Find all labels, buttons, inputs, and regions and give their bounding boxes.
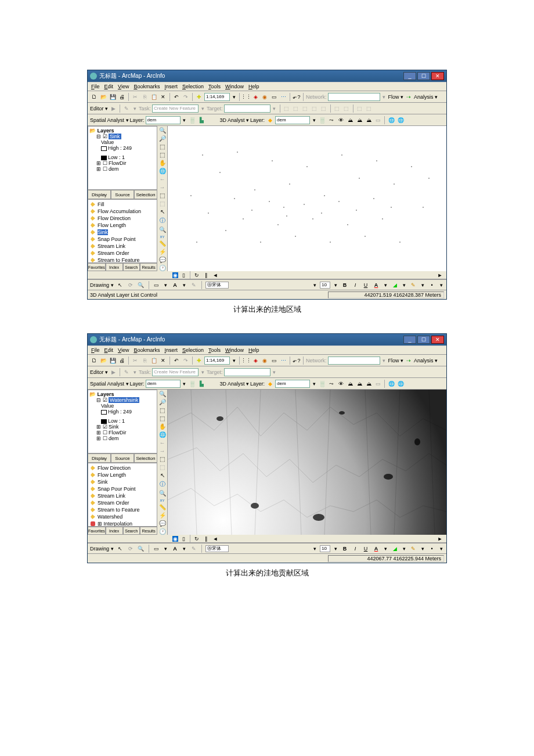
select-features-icon[interactable]: ⬚ [158, 456, 167, 462]
menu-tools[interactable]: Tools [208, 84, 221, 89]
fill-color-icon[interactable]: ◢ [391, 281, 399, 289]
tb-tab-fav[interactable]: Favorites [88, 263, 106, 271]
toc-tab-selection[interactable]: Selection [134, 190, 157, 199]
tool-flowdir[interactable]: Flow Direction [89, 465, 156, 471]
fixed-zoom-out-icon[interactable]: ⬚ [158, 415, 167, 422]
tool-sink[interactable]: Sink [89, 229, 156, 236]
scroll-left-icon[interactable]: ◄ [211, 271, 219, 279]
menu-selection[interactable]: Selection [182, 347, 204, 353]
arccatalog-icon[interactable]: ◈ [251, 357, 259, 365]
flow-menu[interactable]: Flow ▾ [388, 358, 404, 363]
arccatalog-icon[interactable]: ◈ [251, 93, 259, 101]
edit-tool-icon[interactable]: ▶ [109, 368, 117, 376]
map-view[interactable] [168, 126, 446, 271]
menu-help[interactable]: Help [248, 347, 259, 353]
network-dd-icon[interactable]: ▾ [381, 357, 387, 365]
network-select[interactable] [328, 357, 380, 365]
tool-fill[interactable]: Fill [89, 201, 156, 208]
copy-icon[interactable]: ⎘ [140, 357, 149, 365]
sa-layer-select[interactable]: dem [146, 116, 181, 124]
target-dd-icon[interactable]: ▾ [272, 368, 277, 376]
select-elements-icon[interactable]: ↖ [158, 472, 167, 478]
find-icon[interactable]: 🔍 [158, 226, 167, 233]
cut-icon[interactable]: ✂ [131, 357, 139, 365]
select-elements-icon[interactable]: ↖ [158, 208, 167, 215]
3d-t6-icon[interactable]: ⛰ [365, 116, 373, 124]
3d-layer-select[interactable]: dem [275, 380, 310, 388]
menu-file[interactable]: File [91, 84, 100, 89]
toc-root[interactable]: 📂 Layers [89, 391, 156, 397]
fixed-zoom-in-icon[interactable]: ⬚ [158, 143, 167, 150]
model-builder-icon[interactable]: ⋯ [279, 357, 287, 365]
3d-t5-icon[interactable]: ⛰ [355, 380, 363, 388]
tool-snap[interactable]: Snap Pour Point [89, 485, 156, 492]
sketch-tool-icon[interactable]: ✎ [122, 368, 131, 376]
pan-icon[interactable]: ✋ [158, 160, 167, 166]
menu-file[interactable]: File [91, 347, 100, 353]
map-view[interactable] [168, 390, 446, 535]
drawing-menu[interactable]: Drawing ▾ [90, 546, 114, 552]
menu-selection[interactable]: Selection [182, 84, 204, 89]
toc-tab-display[interactable]: Display [88, 190, 111, 199]
prev-extent-icon[interactable]: ← [158, 176, 167, 182]
flow-arrow-icon[interactable]: ⇢ [405, 357, 413, 365]
menu-view[interactable]: View [118, 84, 129, 89]
tool-d-icon[interactable]: ⬚ [311, 105, 319, 113]
analysis-menu[interactable]: Analysis ▾ [414, 358, 438, 363]
tool-flowlen[interactable]: Flow Length [89, 471, 156, 478]
toc-root[interactable]: 📂 Layers [89, 128, 156, 134]
menu-bookmarks[interactable]: Bookmarks [134, 84, 160, 89]
minimize-button[interactable]: _ [403, 336, 416, 344]
menu-edit[interactable]: Edit [104, 84, 114, 89]
pan-icon[interactable]: ✋ [158, 423, 167, 430]
edit-vertices-icon[interactable]: ✎ [190, 281, 198, 289]
tool-flowdir[interactable]: Flow Direction [89, 215, 156, 222]
scale-input[interactable]: 1:14,169 [204, 93, 230, 101]
layout-view-icon[interactable]: ▯ [179, 535, 187, 543]
flow-arrow-icon[interactable]: ⇢ [405, 93, 413, 101]
drawing-menu[interactable]: Drawing ▾ [90, 282, 114, 288]
text-icon[interactable]: A [171, 281, 179, 289]
model-builder-icon[interactable]: ⋯ [279, 93, 287, 101]
menu-insert[interactable]: Insert [164, 84, 178, 89]
tool-streamlink[interactable]: Stream Link [89, 243, 156, 250]
font-color-icon[interactable]: A [372, 281, 380, 289]
tool-streamorder[interactable]: Stream Order [89, 499, 156, 506]
bold-icon[interactable]: B [341, 281, 349, 289]
scroll-right-icon[interactable]: ► [436, 271, 444, 279]
find-icon[interactable]: 🔍 [158, 490, 167, 496]
undo-icon[interactable]: ↶ [172, 93, 181, 101]
toc-layer-3[interactable]: ⊞ ☐ dem [89, 435, 156, 441]
full-extent-icon[interactable]: 🌐 [158, 168, 167, 174]
fill-color-icon[interactable]: ◢ [391, 545, 399, 553]
tool-watershed[interactable]: Watershed [89, 513, 156, 520]
sa-contour-icon[interactable]: ░ [189, 380, 197, 388]
select-elem-icon[interactable]: ↖ [116, 545, 124, 553]
sa-layer-dd-icon[interactable]: ▾ [182, 380, 187, 388]
toc-layer-2[interactable]: ⊞ ☐ dem [89, 166, 156, 172]
tool-e-icon[interactable]: ⬚ [320, 105, 328, 113]
font-name-dd-icon[interactable]: ▾ [312, 545, 317, 553]
underline-icon[interactable]: U [362, 281, 370, 289]
font-name-select[interactable]: ⓐ 宋体 [205, 282, 229, 289]
tool-g-icon[interactable]: ⬚ [342, 105, 351, 113]
sa-layer-dd-icon[interactable]: ▾ [182, 116, 187, 124]
whats-this-icon[interactable]: ⬐? [293, 357, 301, 365]
fixed-zoom-in-icon[interactable]: ⬚ [158, 407, 167, 413]
select-features-icon[interactable]: ⬚ [158, 192, 167, 199]
tool-flowaccum[interactable]: Flow Accumulation [89, 208, 156, 215]
open-icon[interactable]: 📂 [99, 93, 107, 101]
underline-icon[interactable]: U [362, 545, 370, 553]
close-button[interactable]: ✕ [431, 336, 444, 344]
sa-contour-icon[interactable]: ░ [189, 116, 197, 124]
clear-sel-icon[interactable]: ⬚ [158, 200, 167, 207]
scale-dropdown-icon[interactable]: ▾ [231, 357, 237, 365]
spatial-analyst-menu[interactable]: Spatial Analyst ▾ [90, 381, 129, 387]
copy-icon[interactable]: ⎘ [140, 93, 149, 101]
open-icon[interactable]: 📂 [99, 357, 107, 365]
3d-analyst-menu[interactable]: 3D Analyst ▾ [220, 381, 250, 387]
rect-icon[interactable]: ▭ [153, 545, 161, 553]
scroll-right-icon[interactable]: ► [436, 535, 444, 543]
menu-view[interactable]: View [118, 347, 129, 353]
line-color-icon[interactable]: ✎ [409, 545, 417, 553]
